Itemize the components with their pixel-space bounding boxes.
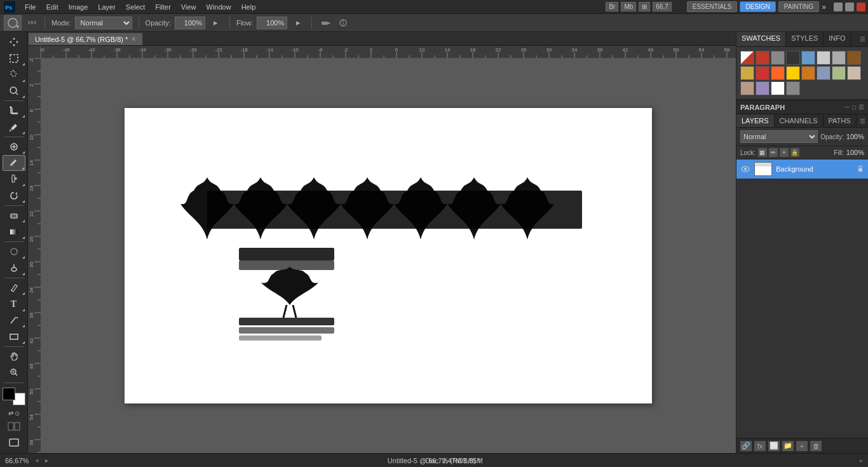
- lock-full-btn[interactable]: 🔒: [790, 148, 799, 157]
- swatch-mauve[interactable]: [740, 81, 754, 95]
- swatch-red2[interactable]: [756, 66, 770, 80]
- painting-btn[interactable]: PAINTING: [778, 1, 819, 12]
- swatch-white[interactable]: [771, 81, 785, 95]
- zoom-field[interactable]: 66,7: [653, 2, 671, 11]
- document-tab[interactable]: Untitled-5 @ 66,7% (RGB/8) * ✕: [28, 32, 143, 45]
- swatch-yellow[interactable]: [786, 66, 800, 80]
- swatch-lightgray[interactable]: [817, 51, 831, 65]
- essentials-btn[interactable]: ESSENTIALS: [687, 1, 738, 12]
- info-tab[interactable]: INFO: [824, 32, 851, 46]
- panel-menu-icon[interactable]: ☰: [860, 36, 865, 43]
- swatches-tab[interactable]: SWATCHES: [736, 32, 786, 46]
- tool-path-select[interactable]: [3, 313, 25, 328]
- swatch-gray[interactable]: [771, 51, 785, 65]
- paragraph-minimize-btn[interactable]: ─: [845, 104, 850, 111]
- swatch-red[interactable]: [756, 51, 770, 65]
- menu-select[interactable]: Select: [121, 2, 150, 12]
- tool-zoom[interactable]: [3, 365, 25, 381]
- menu-view[interactable]: View: [177, 2, 201, 12]
- swatch-steelblue[interactable]: [817, 66, 831, 80]
- swatch-tan[interactable]: [847, 66, 861, 80]
- swatch-medgray[interactable]: [832, 51, 846, 65]
- restore-btn[interactable]: [845, 3, 854, 11]
- menu-help[interactable]: Help: [237, 2, 261, 12]
- tool-type[interactable]: T: [3, 296, 25, 312]
- more-workspaces-btn[interactable]: »: [822, 3, 826, 11]
- tool-quick-select[interactable]: [3, 83, 25, 99]
- tool-quick-mask[interactable]: [3, 419, 25, 435]
- tool-gradient[interactable]: [3, 224, 25, 240]
- tool-crop[interactable]: [3, 103, 25, 119]
- zoom-nav-btn[interactable]: ◂: [35, 456, 39, 464]
- arrange-btn[interactable]: ⊞: [639, 2, 650, 11]
- tool-hand[interactable]: [3, 349, 25, 365]
- lock-pixels-btn[interactable]: ▦: [758, 148, 767, 157]
- menu-window[interactable]: Window: [202, 2, 236, 12]
- tool-clone-stamp[interactable]: [3, 172, 25, 187]
- document-canvas[interactable]: [125, 108, 652, 403]
- tool-screen-mode[interactable]: [3, 435, 25, 450]
- swatch-amber[interactable]: [801, 66, 815, 80]
- new-group-btn[interactable]: 📁: [782, 441, 794, 451]
- menu-layer[interactable]: Layer: [93, 2, 120, 12]
- layer-visibility-btn[interactable]: [740, 164, 750, 174]
- swatch-brown[interactable]: [847, 51, 861, 65]
- tool-move[interactable]: [3, 34, 25, 50]
- minimize-btn[interactable]: [834, 3, 843, 11]
- swatch-darkgray2[interactable]: [786, 81, 800, 95]
- swatch-orange[interactable]: [771, 66, 785, 80]
- link-layers-btn[interactable]: 🔗: [740, 441, 752, 451]
- panel-options-btn[interactable]: ☰: [860, 32, 868, 46]
- opacity-input[interactable]: [175, 17, 205, 29]
- new-layer-btn[interactable]: +: [796, 441, 808, 451]
- swatch-blue[interactable]: [801, 51, 815, 65]
- paragraph-menu-btn[interactable]: ☰: [858, 104, 864, 111]
- tab-close-btn[interactable]: ✕: [131, 36, 136, 43]
- layers-tab[interactable]: LAYERS: [736, 114, 775, 127]
- paragraph-expand-btn[interactable]: □: [852, 104, 856, 111]
- reset-colors-btn[interactable]: ⊙: [15, 410, 20, 417]
- lock-position-btn[interactable]: ✏: [769, 148, 778, 157]
- tool-lasso[interactable]: [3, 67, 25, 83]
- tool-healing[interactable]: [3, 139, 25, 155]
- layer-background-row[interactable]: Background: [736, 159, 868, 179]
- switch-colors-btn[interactable]: ⇄: [8, 410, 13, 417]
- swatch-dark[interactable]: [786, 51, 800, 65]
- swatch-sage[interactable]: [832, 66, 846, 80]
- tool-eyedropper[interactable]: [3, 119, 25, 135]
- tool-pen[interactable]: [3, 280, 25, 296]
- layer-effects-btn[interactable]: fx: [754, 441, 766, 451]
- swatch-purple[interactable]: [756, 81, 770, 95]
- blend-mode-select[interactable]: Normal: [740, 130, 818, 143]
- swatch-gold[interactable]: [740, 66, 754, 80]
- tool-brush[interactable]: [3, 155, 25, 171]
- mini-bridge-btn[interactable]: Mb: [621, 2, 636, 11]
- bridge-btn[interactable]: Br: [606, 2, 618, 11]
- lock-all-btn[interactable]: +: [780, 148, 789, 157]
- brush-preset-picker[interactable]: ▼: [4, 15, 22, 30]
- mode-select[interactable]: Normal Dissolve Multiply: [75, 17, 132, 29]
- delete-layer-btn[interactable]: 🗑: [810, 441, 822, 451]
- styles-tab[interactable]: STYLES: [786, 32, 824, 46]
- channels-tab[interactable]: CHANNELS: [775, 114, 824, 127]
- opacity-arrow[interactable]: ▸: [209, 16, 223, 30]
- scroll-right-btn[interactable]: ▸: [860, 457, 863, 464]
- design-btn[interactable]: DESIGN: [740, 1, 775, 12]
- menu-image[interactable]: Image: [64, 2, 93, 12]
- tool-dodge[interactable]: [3, 260, 25, 276]
- swatch-diag[interactable]: [740, 51, 754, 65]
- close-btn[interactable]: [857, 3, 865, 11]
- layers-menu-btn[interactable]: ☰: [860, 118, 865, 125]
- menu-edit[interactable]: Edit: [42, 2, 63, 12]
- doc-info-nav[interactable]: ▸: [45, 457, 48, 464]
- tool-blur[interactable]: [3, 244, 25, 260]
- tool-shape[interactable]: [3, 328, 25, 344]
- flow-arrow[interactable]: ▸: [291, 16, 305, 30]
- add-mask-btn[interactable]: ⬜: [768, 441, 780, 451]
- menu-filter[interactable]: Filter: [151, 2, 175, 12]
- tool-eraser[interactable]: [3, 208, 25, 224]
- tool-marquee[interactable]: [3, 51, 25, 67]
- flow-input[interactable]: [257, 17, 287, 29]
- canvas-scroll-area[interactable]: [41, 58, 736, 453]
- paths-tab[interactable]: PATHS: [824, 114, 857, 127]
